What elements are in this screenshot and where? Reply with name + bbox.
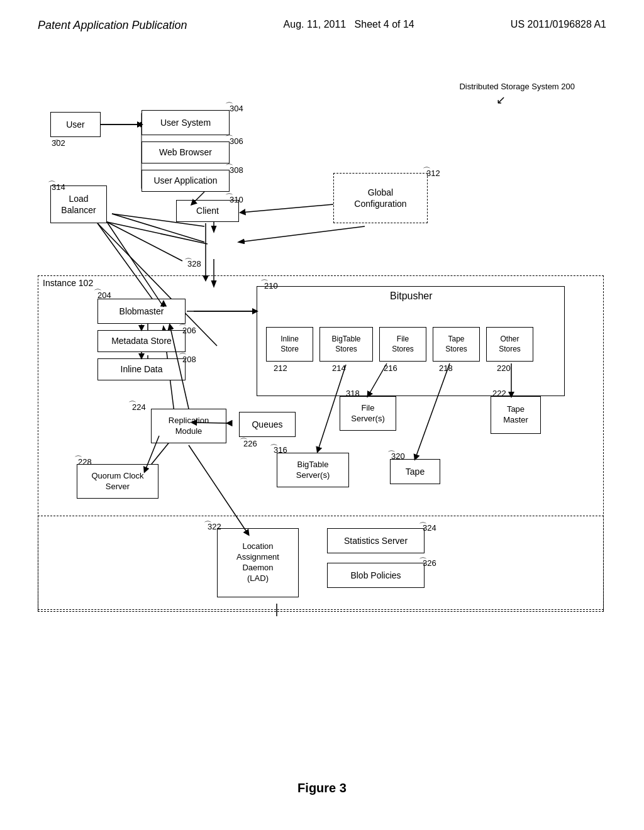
- tape-stores-box: Tape Stores: [433, 327, 480, 362]
- header-right: US 2011/0196828 A1: [511, 19, 606, 30]
- label-216: 216: [384, 363, 397, 373]
- label-320: 320: [391, 451, 405, 461]
- file-servers-box: File Server(s): [340, 396, 396, 431]
- inline-store-box: Inline Store: [266, 327, 313, 362]
- publication-label: Patent Application Publication: [38, 19, 187, 31]
- svg-line-18: [241, 204, 333, 213]
- bottom-section-box: [38, 516, 604, 610]
- queues-box: Queues: [239, 412, 296, 437]
- svg-line-21: [107, 222, 208, 244]
- label-210: 210: [264, 281, 278, 290]
- user-app-box: User Application: [142, 170, 230, 192]
- svg-line-22: [107, 222, 182, 261]
- label-328: 328: [187, 259, 201, 268]
- label-326: 326: [423, 558, 436, 568]
- label-228: 228: [78, 457, 92, 467]
- label-308: 308: [230, 165, 243, 175]
- dist-storage-arrow: ↙: [496, 93, 506, 107]
- quorum-clock-box: Quorum Clock Server: [77, 464, 158, 499]
- label-224: 224: [132, 402, 146, 412]
- tape-box: Tape: [390, 459, 440, 484]
- label-314: 314: [52, 182, 65, 192]
- label-306: 306: [230, 136, 243, 146]
- blob-policies-box: Blob Policies: [327, 563, 425, 588]
- svg-line-4: [239, 226, 365, 242]
- sheet-label: Sheet 4 of 14: [355, 19, 414, 30]
- label-218: 218: [439, 363, 453, 373]
- page: Patent Application Publication Aug. 11, …: [0, 0, 644, 830]
- global-config-box: Global Configuration: [333, 173, 428, 223]
- label-208: 208: [182, 355, 196, 364]
- date-label: Aug. 11, 2011: [284, 19, 347, 30]
- label-222: 222: [492, 389, 506, 398]
- label-204: 204: [97, 290, 111, 300]
- user-box: User: [50, 112, 101, 137]
- label-212: 212: [274, 363, 287, 373]
- label-318: 318: [346, 389, 360, 398]
- blobmaster-box: Blobmaster: [97, 299, 186, 324]
- instance-label: Instance 102: [43, 278, 93, 288]
- inline-data-box: Inline Data: [97, 358, 186, 380]
- location-daemon-box: Location Assignment Daemon (LAD): [217, 528, 299, 597]
- header: Patent Application Publication Aug. 11, …: [0, 19, 644, 32]
- label-324: 324: [423, 523, 436, 533]
- statistics-server-box: Statistics Server: [327, 528, 425, 553]
- label-226: 226: [243, 439, 257, 448]
- label-312: 312: [426, 169, 440, 178]
- label-206: 206: [182, 326, 196, 335]
- patent-number: US 2011/0196828 A1: [511, 19, 606, 30]
- user-system-box: User System: [142, 110, 230, 135]
- file-stores-box: File Stores: [379, 327, 426, 362]
- label-302: 302: [52, 138, 65, 148]
- bigtable-servers-box: BigTable Server(s): [277, 453, 349, 487]
- label-316: 316: [274, 445, 287, 455]
- label-220: 220: [497, 363, 511, 373]
- replication-module-box: Replication Module: [151, 409, 226, 443]
- bigtable-stores-box: BigTable Stores: [319, 327, 373, 362]
- dist-storage-label: Distributed Storage System 200: [459, 82, 575, 91]
- bitpusher-label: Bitpusher: [390, 290, 433, 302]
- tape-master-box: Tape Master: [491, 396, 541, 434]
- header-left: Patent Application Publication: [38, 19, 187, 32]
- label-310: 310: [230, 195, 243, 204]
- label-214: 214: [332, 363, 346, 373]
- diagram: Distributed Storage System 200 ↙ User 30…: [38, 75, 606, 780]
- other-stores-box: Other Stores: [486, 327, 533, 362]
- web-browser-box: Web Browser: [142, 141, 230, 163]
- figure-caption: Figure 3: [297, 781, 347, 795]
- label-304: 304: [230, 104, 243, 113]
- metadata-store-box: Metadata Store: [97, 330, 186, 352]
- header-center: Aug. 11, 2011 Sheet 4 of 14: [284, 19, 414, 30]
- label-322: 322: [208, 522, 221, 531]
